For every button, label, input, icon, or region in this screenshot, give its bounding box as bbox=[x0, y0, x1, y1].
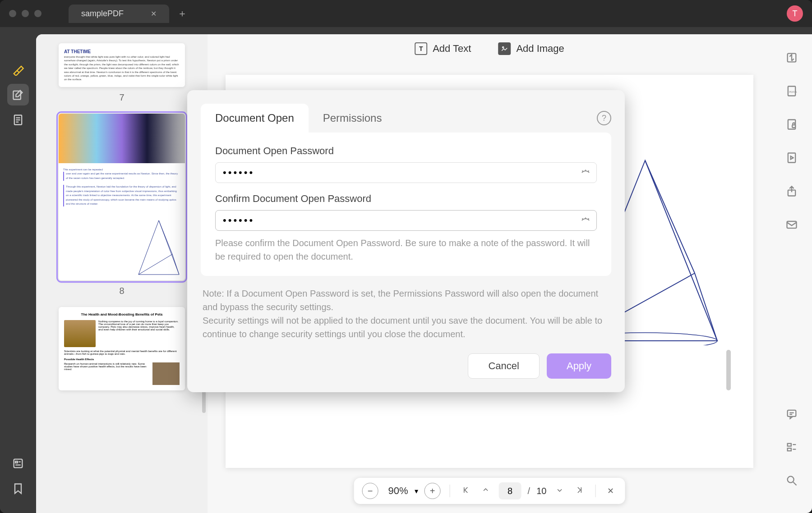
svg-line-31 bbox=[582, 218, 583, 220]
svg-line-33 bbox=[588, 218, 589, 220]
svg-line-30 bbox=[588, 170, 589, 172]
help-button[interactable]: ? bbox=[597, 111, 611, 125]
tab-document-open[interactable]: Document Open bbox=[201, 104, 309, 133]
password-label: Document Open Password bbox=[215, 145, 597, 157]
modal-note: Note: If a Document Open Password is set… bbox=[201, 287, 611, 341]
password-hint: Please confirm the Document Open Passwor… bbox=[215, 236, 597, 263]
password-input[interactable] bbox=[215, 162, 597, 183]
reveal-password-icon[interactable] bbox=[581, 167, 591, 179]
apply-button[interactable]: Apply bbox=[547, 353, 611, 379]
cancel-button[interactable]: Cancel bbox=[468, 353, 539, 379]
svg-line-28 bbox=[582, 170, 583, 172]
tab-permissions[interactable]: Permissions bbox=[309, 104, 397, 133]
confirm-password-input[interactable] bbox=[215, 210, 597, 231]
security-modal: Document Open Permissions ? Document Ope… bbox=[187, 90, 625, 392]
confirm-password-label: Confirm Document Open Password bbox=[215, 193, 597, 205]
reveal-confirm-icon[interactable] bbox=[581, 215, 591, 226]
